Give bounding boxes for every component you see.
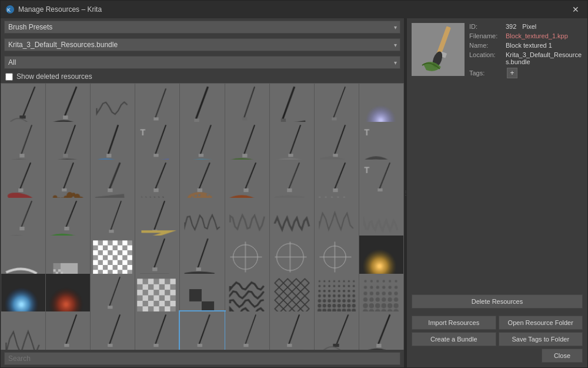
title-bar: K Manage Resources – Krita ✕ [1,1,587,18]
filter-row: All Active Inactive [1,54,404,71]
brush-cell[interactable] [315,311,359,350]
search-row [1,350,404,367]
show-deleted-checkbox[interactable] [5,73,13,81]
bundle-dropdown-wrap[interactable]: Krita_3_Default_Resources.bundle All Bun… [4,38,400,51]
brush-cell[interactable] [270,311,314,350]
brush-cell[interactable] [1,311,45,350]
open-resource-folder-button[interactable]: Open Resource Folder [499,316,583,330]
main-window: K Manage Resources – Krita ✕ Brush Prese… [0,0,588,368]
close-window-button[interactable]: ✕ [569,4,583,15]
krita-icon: K [5,5,15,14]
type-dropdown[interactable]: Brush Presets Gradients Patterns Palette… [4,21,400,34]
delete-resources-button[interactable]: Delete Resources [412,294,583,309]
brush-cell[interactable] [225,311,269,350]
create-bundle-button[interactable]: Create a Bundle [412,332,496,346]
right-panel: ID: 392 Pixel Filename: Block_textured_1… [406,18,587,367]
content-area: Brush Presets Gradients Patterns Palette… [1,18,587,367]
brush-cell[interactable] [46,311,90,350]
name-row: Name: Block textured 1 [469,42,583,49]
bottom-buttons: Import Resources Open Resource Folder Cr… [412,316,583,363]
type-row: Brush Presets Gradients Patterns Palette… [1,18,404,36]
close-row: Close [412,349,583,363]
brush-preview-svg [412,23,465,76]
name-value: Block textured 1 [506,42,552,49]
bundle-dropdown[interactable]: Krita_3_Default_Resources.bundle All Bun… [4,38,400,51]
filter-dropdown[interactable]: All Active Inactive [4,56,400,69]
location-value: Krita_3_Default_Resources.bundle [506,51,583,65]
btn-row-2: Create a Bundle Save Tags to Folder [412,332,583,346]
id-row: ID: 392 Pixel [469,23,583,30]
filter-dropdown-wrap[interactable]: All Active Inactive [4,56,400,69]
import-resources-button[interactable]: Import Resources [412,316,496,330]
show-deleted-label: Show deleted resources [16,72,92,81]
filename-value: Block_textured_1.kpp [506,32,568,39]
tags-row: Tags: + [469,68,583,78]
location-row: Location: Krita_3_Default_Resources.bund… [469,51,583,65]
window-title: Manage Resources – Krita [18,5,102,14]
id-value: 392 [506,23,516,30]
id-label: ID: [469,23,503,30]
svg-text:K: K [7,7,11,13]
preview-area: ID: 392 Pixel Filename: Block_textured_1… [412,23,583,78]
location-label: Location: [469,51,503,58]
brush-cell[interactable] [180,311,224,350]
left-panel: Brush Presets Gradients Patterns Palette… [1,18,404,367]
btn-row-1: Import Resources Open Resource Folder [412,316,583,330]
save-tags-button[interactable]: Save Tags to Folder [499,332,583,346]
name-label: Name: [469,42,503,49]
brush-cell[interactable] [359,311,403,350]
brush-cell[interactable] [135,311,179,350]
tags-label: Tags: [469,69,503,77]
filename-row: Filename: Block_textured_1.kpp [469,32,583,39]
close-button[interactable]: Close [542,349,583,363]
search-input[interactable] [4,352,400,365]
show-deleted-row: Show deleted resources [1,71,404,83]
title-bar-left: K Manage Resources – Krita [5,5,102,14]
preview-info: ID: 392 Pixel Filename: Block_textured_1… [469,23,583,78]
name-short: Pixel [522,23,536,30]
bundle-row: Krita_3_Default_Resources.bundle All Bun… [1,36,404,54]
filename-label: Filename: [469,32,503,39]
brush-grid [1,83,404,350]
brush-preview-thumb [412,23,465,76]
spacer [412,82,583,291]
brush-cell[interactable] [91,311,135,350]
add-tag-button[interactable]: + [507,68,517,78]
type-dropdown-wrap[interactable]: Brush Presets Gradients Patterns Palette… [4,21,400,34]
